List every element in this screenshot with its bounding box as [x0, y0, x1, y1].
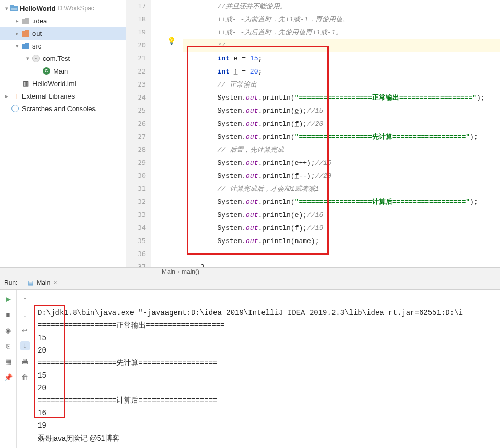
chevron-down-icon: ▾ — [3, 5, 10, 12]
console-line: 19 — [38, 421, 46, 430]
line-number[interactable]: 19 — [126, 26, 151, 39]
project-name: HelloWorld — [20, 5, 55, 13]
chevron-right-icon: ▸ — [3, 93, 10, 100]
project-tree[interactable]: ▾ HelloWorld D:\WorkSpac ▸ .idea ▸ out ▾… — [0, 0, 126, 267]
clear-button[interactable]: 🗑 — [20, 372, 30, 382]
tree-label: com.Test — [43, 55, 70, 63]
console-line: 16 — [38, 409, 46, 417]
pin-button[interactable]: 📌 — [4, 372, 13, 382]
tree-label: out — [32, 30, 42, 38]
tree-out-folder[interactable]: ▸ out — [0, 27, 126, 40]
module-icon: ▥ — [21, 79, 30, 88]
tree-label: Main — [53, 67, 68, 75]
line-number[interactable]: 27 — [126, 130, 151, 143]
console-line: ==================计算后================== — [38, 396, 217, 405]
annotation-column: 💡 — [151, 0, 183, 267]
tree-src-folder[interactable]: ▾ src — [0, 40, 126, 52]
line-number[interactable]: 28 — [126, 143, 151, 156]
run-tab[interactable]: ▤ Main × — [23, 279, 61, 286]
exit-button[interactable]: ⎘ — [4, 341, 13, 350]
line-gutter: 1718192021222324252627282930313233343536… — [126, 0, 151, 267]
chevron-right-icon: ▸ — [14, 18, 21, 25]
line-number[interactable]: 18 — [126, 13, 151, 26]
line-number[interactable]: 36 — [126, 248, 151, 261]
run-toolbar-console: ↑ ↓ ↩ ⤓ 🖶 🗑 — [17, 290, 33, 448]
console-line: 磊哥java历险记 @51博客 — [38, 434, 120, 442]
tree-label: External Libraries — [22, 92, 75, 100]
stop-button[interactable]: ■ — [4, 310, 13, 319]
chevron-right-icon: ▸ — [14, 30, 21, 37]
tree-label: HelloWorld.iml — [32, 80, 76, 88]
intention-bulb-icon[interactable]: 💡 — [167, 37, 176, 45]
line-number[interactable]: 21 — [126, 52, 151, 65]
libraries-icon: ⫼ — [10, 91, 20, 101]
console-line: ==================先计算================== — [38, 359, 217, 367]
console-line: 20 — [38, 384, 46, 392]
editor[interactable]: 1718192021222324252627282930313233343536… — [126, 0, 500, 267]
console-line: D:\jdk1.8\bin\java.exe "-javaagent:D:\id… — [38, 309, 463, 317]
run-panel: Run: ▤ Main × ▶ ■ ◉ ⎘ ▦ 📌 ↑ ↓ ↩ ⤓ 🖶 🗑 D:… — [0, 275, 500, 448]
line-number[interactable]: 30 — [126, 169, 151, 183]
layout-button[interactable]: ▦ — [4, 357, 13, 366]
line-number[interactable]: 29 — [126, 156, 151, 169]
folder-icon — [21, 41, 30, 51]
close-icon[interactable]: × — [53, 279, 57, 286]
line-number[interactable]: 25 — [126, 104, 151, 117]
breadcrumb-separator-icon: › — [177, 268, 180, 275]
rerun-button[interactable]: ▶ — [4, 294, 13, 304]
soft-wrap-button[interactable]: ↩ — [20, 325, 30, 335]
line-number[interactable]: 33 — [126, 209, 151, 222]
run-toolbar-left: ▶ ■ ◉ ⎘ ▦ 📌 — [0, 290, 17, 448]
tree-iml-file[interactable]: ▸ ▥ HelloWorld.iml — [0, 77, 126, 90]
folder-icon — [21, 16, 30, 26]
folder-icon — [21, 29, 30, 38]
chevron-down-icon: ▾ — [24, 55, 31, 62]
up-button[interactable]: ↑ — [20, 294, 30, 304]
class-icon: C — [42, 66, 51, 76]
project-path: D:\WorkSpac — [57, 5, 94, 12]
tree-project-root[interactable]: ▾ HelloWorld D:\WorkSpac — [0, 2, 126, 15]
run-config-icon: ▤ — [28, 279, 33, 286]
line-number[interactable]: 37 — [126, 261, 151, 267]
chevron-down-icon: ▾ — [14, 43, 21, 50]
line-number[interactable]: 24 — [126, 91, 151, 104]
tree-label: .idea — [32, 17, 47, 25]
tree-package[interactable]: ▾ ◦ com.Test — [0, 52, 126, 65]
line-number[interactable]: 34 — [126, 222, 151, 235]
code-content[interactable]: //并且还并不能使用。 ++或- -为前置时，先+1或-1，再使用值。 ++或-… — [183, 0, 500, 267]
line-number[interactable]: 20 — [126, 39, 151, 52]
line-number[interactable]: 26 — [126, 117, 151, 130]
console-line: 20 — [38, 346, 46, 355]
tree-label: src — [32, 42, 41, 50]
line-number[interactable]: 23 — [126, 78, 151, 91]
tree-scratches[interactable]: ▸ Scratches and Consoles — [0, 102, 126, 115]
line-number[interactable]: 35 — [126, 235, 151, 248]
tree-label: Scratches and Consoles — [22, 105, 96, 113]
run-tab-label: Main — [37, 279, 50, 286]
run-header: Run: ▤ Main × — [0, 275, 500, 290]
scroll-end-button[interactable]: ⤓ — [20, 341, 30, 350]
breadcrumb-class[interactable]: Main — [162, 268, 175, 275]
line-number[interactable]: 22 — [126, 65, 151, 78]
line-number[interactable]: 31 — [126, 183, 151, 196]
scratches-icon — [10, 104, 20, 113]
console-line: ==================正常输出================== — [38, 321, 224, 330]
package-icon: ◦ — [31, 54, 41, 63]
tree-class-main[interactable]: ▸ C Main — [0, 65, 126, 77]
tree-external-libs[interactable]: ▸ ⫼ External Libraries — [0, 90, 126, 102]
svg-rect-2 — [11, 8, 17, 10]
breadcrumb: Main › main() — [0, 268, 500, 275]
breadcrumb-method[interactable]: main() — [182, 268, 199, 275]
svg-rect-1 — [10, 5, 14, 7]
print-button[interactable]: 🖶 — [20, 357, 30, 366]
console-line: 15 — [38, 371, 46, 380]
tree-idea-folder[interactable]: ▸ .idea — [0, 15, 126, 27]
line-number[interactable]: 17 — [126, 0, 151, 13]
down-button[interactable]: ↓ — [20, 310, 30, 319]
dump-threads-button[interactable]: ◉ — [4, 325, 13, 335]
project-icon — [10, 5, 18, 11]
console-output[interactable]: D:\jdk1.8\bin\java.exe "-javaagent:D:\id… — [33, 290, 500, 448]
code: //并且还并不能使用。 — [185, 3, 287, 10]
run-label: Run: — [4, 279, 17, 286]
line-number[interactable]: 32 — [126, 196, 151, 209]
